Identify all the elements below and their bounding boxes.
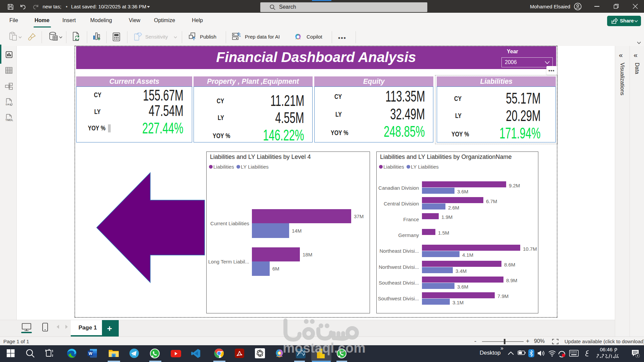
svg-text:W: W: [89, 351, 93, 356]
svg-text:TMDL: TMDL: [5, 118, 13, 122]
